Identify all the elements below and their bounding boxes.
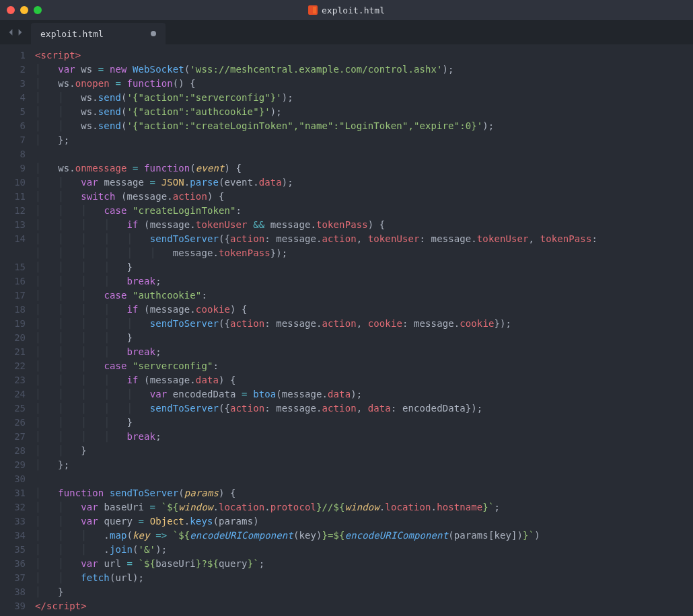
tab-forward-icon[interactable]: [16, 28, 24, 36]
minimize-window-button[interactable]: [20, 6, 28, 14]
code-area[interactable]: <script>│ var ws = new WebSocket('wss://…: [35, 44, 693, 616]
titlebar: exploit.html: [0, 0, 693, 20]
maximize-window-button[interactable]: [34, 6, 42, 14]
window-controls: [7, 6, 42, 14]
unsaved-indicator-icon: [151, 31, 156, 36]
code-editor[interactable]: 1234567891011121314 15161718192021222324…: [0, 44, 693, 616]
tab-nav: [0, 20, 31, 44]
tab-exploit-html[interactable]: exploit.html: [31, 23, 166, 44]
tab-filename: exploit.html: [40, 29, 104, 39]
tab-back-icon[interactable]: [7, 28, 15, 36]
html-file-icon: [308, 5, 318, 15]
tab-bar: exploit.html: [0, 20, 693, 44]
window-title: exploit.html: [308, 5, 385, 15]
close-window-button[interactable]: [7, 6, 15, 14]
line-number-gutter: 1234567891011121314 15161718192021222324…: [0, 44, 35, 616]
window-title-text: exploit.html: [322, 5, 385, 15]
